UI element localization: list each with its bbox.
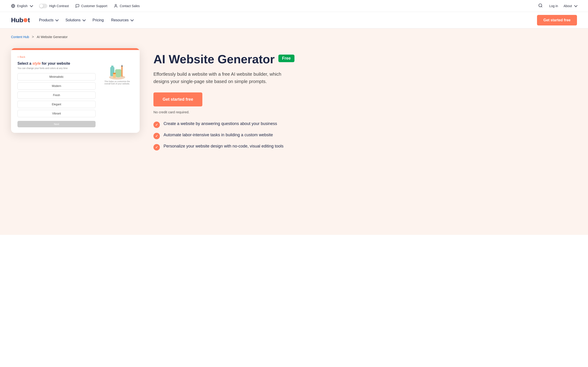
products-chevron xyxy=(55,18,59,21)
login-link[interactable]: Log in xyxy=(549,4,558,8)
mockup-next-button[interactable]: Next xyxy=(17,121,95,127)
main-nav: Hubt Products Solutions Pricing Resource… xyxy=(0,12,588,28)
mockup-option-fresh[interactable]: Fresh xyxy=(17,92,95,99)
check-icon-1 xyxy=(153,122,160,128)
svg-marker-12 xyxy=(121,65,123,67)
customer-support-link[interactable]: Customer Support xyxy=(75,4,107,8)
breadcrumb-separator: > xyxy=(32,35,34,39)
person-icon xyxy=(114,4,118,8)
check-icon-2 xyxy=(153,133,160,139)
high-contrast-label: High Contrast xyxy=(49,4,69,8)
svg-line-5 xyxy=(541,6,542,7)
utility-left: English High Contrast Customer Support C… xyxy=(11,4,140,8)
hero-title: AI Website Generator xyxy=(153,53,275,66)
feature-item-1: Create a website by answering questions … xyxy=(153,121,296,128)
mockup-illustration xyxy=(106,60,129,78)
hero-section: Content Hub > AI Website Generator xyxy=(0,28,588,235)
search-button[interactable] xyxy=(537,2,544,9)
mockup-option-modern[interactable]: Modern xyxy=(17,82,95,90)
customer-support-label: Customer Support xyxy=(81,4,107,8)
breadcrumb: Content Hub > AI Website Generator xyxy=(0,28,588,39)
language-label: English xyxy=(17,4,27,8)
utility-bar: English High Contrast Customer Support C… xyxy=(0,0,588,12)
feature-text-1: Create a website by answering questions … xyxy=(164,121,277,126)
solutions-label: Solutions xyxy=(65,18,81,22)
mockup-option-vibrant[interactable]: Vibrant xyxy=(17,110,95,117)
support-icon xyxy=(75,4,79,8)
products-nav-link[interactable]: Products xyxy=(39,18,58,22)
resources-label: Resources xyxy=(111,18,129,22)
hero-title-row: AI Website Generator Free xyxy=(153,53,296,66)
no-credit-text: No credit card required. xyxy=(153,110,296,114)
nav-right: Get started free xyxy=(537,15,577,25)
mockup-left-col: < Back Select a style for your website Y… xyxy=(17,56,95,127)
nav-links: Products Solutions Pricing Resources xyxy=(39,18,133,22)
feature-text-3: Personalize your website design with no-… xyxy=(164,144,284,149)
utility-right: Log in About xyxy=(537,2,577,9)
svg-rect-10 xyxy=(115,69,121,76)
nav-left: Hubt Products Solutions Pricing Resource… xyxy=(11,17,133,24)
hero-right: AI Website Generator Free Effortlessly b… xyxy=(153,48,296,150)
breadcrumb-current: AI Website Generator xyxy=(37,35,68,39)
mockup-option-elegant[interactable]: Elegant xyxy=(17,101,95,108)
mockup-body: < Back Select a style for your website Y… xyxy=(11,50,140,133)
mockup-subtitle: You can change your fonts and colors at … xyxy=(17,67,95,69)
mockup-title-highlight: style xyxy=(32,61,41,65)
feature-list: Create a website by answering questions … xyxy=(153,121,296,150)
free-badge: Free xyxy=(278,55,294,62)
contrast-switch[interactable] xyxy=(39,4,47,8)
logo-text: Hubt xyxy=(11,17,30,24)
hero-content: < Back Select a style for your website Y… xyxy=(0,39,588,150)
about-chevron xyxy=(574,4,578,7)
nav-get-started-button[interactable]: Get started free xyxy=(537,15,577,25)
about-link[interactable]: About xyxy=(563,4,577,8)
globe-icon xyxy=(11,4,15,8)
hero-description: Effortlessly build a website with a free… xyxy=(153,70,296,85)
pricing-label: Pricing xyxy=(93,18,104,22)
ui-mockup-card: < Back Select a style for your website Y… xyxy=(11,48,140,133)
svg-rect-11 xyxy=(121,66,123,77)
mockup-back-button[interactable]: < Back xyxy=(17,56,95,58)
resources-chevron xyxy=(130,18,134,21)
mockup-topbar xyxy=(11,48,140,50)
feature-text-2: Automate labor-intensive tasks in buildi… xyxy=(164,133,273,137)
high-contrast-toggle[interactable]: High Contrast xyxy=(39,4,69,8)
resources-nav-link[interactable]: Resources xyxy=(111,18,133,22)
hero-left: < Back Select a style for your website Y… xyxy=(11,48,140,133)
mockup-title: Select a style for your website xyxy=(17,61,95,66)
contact-sales-label: Contact Sales xyxy=(120,4,140,8)
pricing-nav-link[interactable]: Pricing xyxy=(93,18,104,22)
logo[interactable]: Hubt xyxy=(11,17,30,24)
feature-item-2: Automate labor-intensive tasks in buildi… xyxy=(153,133,296,139)
mockup-caption: This helps us customize the overall look… xyxy=(101,80,133,85)
search-icon xyxy=(538,3,543,8)
mockup-option-minimalistic[interactable]: Minimalistic xyxy=(17,73,95,81)
mockup-right-col: This helps us customize the overall look… xyxy=(101,56,133,85)
language-chevron xyxy=(30,4,33,7)
feature-item-3: Personalize your website design with no-… xyxy=(153,144,296,150)
check-icon-3 xyxy=(153,144,160,150)
contact-sales-link[interactable]: Contact Sales xyxy=(114,4,140,8)
language-selector[interactable]: English xyxy=(11,4,33,8)
about-label: About xyxy=(563,4,572,8)
svg-point-3 xyxy=(115,4,116,6)
products-label: Products xyxy=(39,18,53,22)
svg-point-4 xyxy=(539,4,542,7)
solutions-nav-link[interactable]: Solutions xyxy=(65,18,85,22)
hero-cta-button[interactable]: Get started free xyxy=(153,92,202,106)
solutions-chevron xyxy=(82,18,86,21)
svg-rect-8 xyxy=(111,66,113,68)
svg-rect-14 xyxy=(113,73,116,74)
breadcrumb-parent-link[interactable]: Content Hub xyxy=(11,35,29,39)
